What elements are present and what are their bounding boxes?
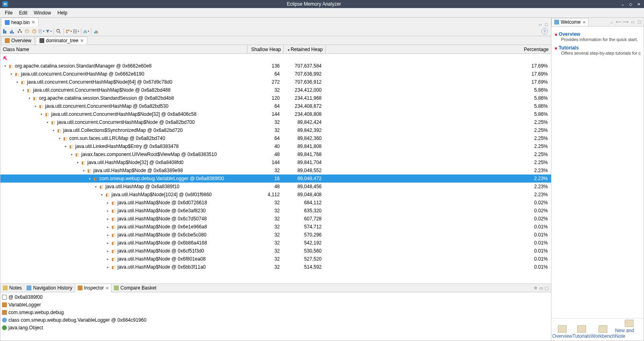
- table-row[interactable]: ▾◧java.util.concurrent.ConcurrentHashMap…: [0, 78, 551, 86]
- gear-icon[interactable]: ✲: [534, 286, 537, 291]
- tab-compare-basket[interactable]: Compare Basket: [111, 284, 159, 292]
- table-row[interactable]: ▾◧java.util.HashMap @ 0x6a8389f104889,04…: [0, 183, 551, 191]
- table-row[interactable]: ▾◧java.util.concurrent.ConcurrentHashMap…: [0, 70, 551, 78]
- table-row[interactable]: ▸◧java.util.HashMap$Node @ 0x6bb3f11a032…: [0, 263, 551, 271]
- menu-help[interactable]: Help: [54, 9, 71, 17]
- menu-window[interactable]: Window: [31, 9, 54, 17]
- tab-welcome[interactable]: Welcome ✕: [551, 18, 588, 26]
- group-dropdown[interactable]: [66, 28, 72, 35]
- expand-toggle-icon[interactable]: ▾: [63, 145, 68, 148]
- query-dropdown[interactable]: [45, 28, 52, 35]
- expand-toggle-icon[interactable]: ▾: [33, 105, 38, 108]
- welcome-link[interactable]: Overview: [559, 31, 580, 37]
- oql-icon[interactable]: [24, 28, 30, 35]
- home-icon[interactable]: ⌂: [609, 20, 615, 24]
- table-row[interactable]: ▾◧java.util.concurrent.ConcurrentHashMap…: [0, 86, 551, 94]
- column-percentage[interactable]: Percentage: [326, 45, 551, 53]
- chart-icon[interactable]: [93, 28, 99, 35]
- expand-toggle-icon[interactable]: ▸: [105, 249, 110, 253]
- maximize-view-icon[interactable]: ▢: [544, 22, 549, 27]
- thread-icon[interactable]: [31, 28, 37, 35]
- dominator-tree-table[interactable]: ▾◧org.apache.catalina.session.StandardMa…: [0, 54, 551, 283]
- expand-toggle-icon[interactable]: ▾: [93, 185, 98, 189]
- table-row[interactable]: ▸◧java.util.HashMap$Node @ 0x6cbe5c08032…: [0, 231, 551, 239]
- expand-toggle-icon[interactable]: ▸: [105, 257, 110, 261]
- dominator-tree-icon[interactable]: [17, 28, 23, 35]
- expand-toggle-icon[interactable]: ▸: [105, 241, 110, 245]
- table-row[interactable]: ▸◧java.util.HashMap$Node @ 0x6d072661832…: [0, 199, 551, 207]
- menu-edit[interactable]: Edit: [16, 9, 31, 17]
- filter-row[interactable]: [0, 54, 551, 62]
- tab-dominator-tree[interactable]: dominator_tree ✕: [36, 37, 87, 45]
- expand-toggle-icon[interactable]: ▾: [27, 97, 32, 100]
- minimize-icon[interactable]: ⌄: [620, 1, 625, 7]
- table-row[interactable]: ▾◧org.apache.catalina.session.StandardMa…: [0, 62, 551, 70]
- expand-toggle-icon[interactable]: ▾: [15, 80, 20, 84]
- table-row[interactable]: ▾◧java.util.LinkedHashMap$Entry @ 0x6a83…: [0, 142, 551, 150]
- expand-toggle-icon[interactable]: ▾: [51, 129, 56, 132]
- expand-toggle-icon[interactable]: ▸: [105, 225, 110, 229]
- back-icon[interactable]: ⟵: [616, 20, 621, 24]
- close-tab-icon[interactable]: ✕: [80, 38, 84, 43]
- close-icon[interactable]: ✕: [636, 1, 642, 7]
- welcome-footer-item[interactable]: Overview: [552, 325, 572, 339]
- tab-notes[interactable]: Notes: [0, 284, 24, 292]
- help-icon[interactable]: ?: [541, 28, 548, 35]
- table-row[interactable]: ▾◧java.util.concurrent.ConcurrentHashMap…: [0, 110, 551, 118]
- table-row[interactable]: ▸◧java.util.HashMap$Node @ 0x6e3af823032…: [0, 207, 551, 215]
- menu-file[interactable]: File: [2, 9, 16, 17]
- column-shallow-heap[interactable]: Shallow Heap: [248, 45, 284, 53]
- close-tab-icon[interactable]: ✕: [105, 286, 109, 290]
- column-retained-heap[interactable]: Retained Heap: [284, 45, 326, 53]
- expand-toggle-icon[interactable]: ▾: [39, 113, 44, 116]
- table-row[interactable]: ▸◧java.util.HashMap$Node @ 0x6cf51f3d032…: [0, 247, 551, 255]
- maximize-icon[interactable]: ◇: [628, 1, 634, 7]
- expand-toggle-icon[interactable]: ▸: [105, 201, 110, 205]
- histogram-icon[interactable]: [9, 28, 16, 35]
- expand-toggle-icon[interactable]: ▾: [45, 121, 50, 124]
- tab-inspector[interactable]: Inspector✕: [75, 284, 111, 292]
- expand-toggle-icon[interactable]: ▾: [57, 137, 62, 140]
- close-tab-icon[interactable]: ✕: [582, 20, 586, 25]
- expand-toggle-icon[interactable]: ▾: [9, 72, 14, 76]
- expand-toggle-icon[interactable]: ▾: [81, 169, 86, 173]
- tab-overview[interactable]: Overview: [1, 37, 35, 45]
- table-row[interactable]: ▸◧java.util.HashMap$Node @ 0x6b86a416832…: [0, 239, 551, 247]
- export-dropdown[interactable]: [83, 28, 89, 35]
- table-row[interactable]: ▸◧java.util.HashMap$Node @ 0x6e1e966a832…: [0, 223, 551, 231]
- welcome-footer-item[interactable]: New and Note: [615, 320, 643, 339]
- expand-toggle-icon[interactable]: ▾: [99, 193, 104, 197]
- calc-dropdown[interactable]: [73, 28, 79, 35]
- maximize-view-icon[interactable]: ▢: [545, 286, 549, 291]
- table-row[interactable]: ▾◧java.util.HashMap$Node[32] @ 0x6a8408f…: [0, 158, 551, 166]
- run-report-dropdown[interactable]: [38, 28, 45, 35]
- table-row[interactable]: ▾◧java.util.HashMap$Node[1024] @ 0x6f01f…: [0, 191, 551, 199]
- welcome-link[interactable]: Tutorials: [559, 45, 579, 51]
- column-class-name[interactable]: Class Name: [0, 45, 248, 53]
- search-icon[interactable]: [56, 28, 62, 35]
- expand-toggle-icon[interactable]: ▸: [105, 217, 110, 221]
- editor-tab-heap[interactable]: heap.bin ✕: [1, 18, 39, 27]
- expand-toggle-icon[interactable]: ▸: [105, 265, 110, 269]
- tab-navigation-history[interactable]: Navigation History: [24, 284, 74, 292]
- forward-icon[interactable]: ⟶: [623, 20, 628, 24]
- table-row[interactable]: ▾◧javax.faces.component.UIViewRoot$ViewM…: [0, 150, 551, 158]
- table-row[interactable]: ▾◧java.util.concurrent.ConcurrentHashMap…: [0, 118, 551, 126]
- table-row[interactable]: ▾◧org.apache.catalina.session.StandardSe…: [0, 94, 551, 102]
- table-row[interactable]: ▸◧java.util.HashMap$Node @ 0x6f801ea0832…: [0, 255, 551, 263]
- welcome-footer-item[interactable]: Workbench: [591, 325, 615, 339]
- expand-toggle-icon[interactable]: ▾: [87, 177, 92, 181]
- table-row[interactable]: ▾◧java.util.HashMap$Node @ 0x6a8389e9832…: [0, 166, 551, 175]
- table-row[interactable]: ▸◧java.util.HashMap$Node @ 0x6c7d5074832…: [0, 215, 551, 223]
- overview-icon[interactable]: [2, 28, 8, 35]
- expand-toggle-icon[interactable]: ▾: [75, 161, 80, 164]
- minimize-view-icon[interactable]: ▭: [538, 22, 543, 27]
- close-tab-icon[interactable]: ✕: [31, 20, 35, 25]
- table-row[interactable]: ▾◧java.util.Collections$SynchronizedMap …: [0, 126, 551, 134]
- expand-toggle-icon[interactable]: ▸: [105, 209, 110, 213]
- expand-toggle-icon[interactable]: ▾: [21, 88, 26, 92]
- welcome-footer-item[interactable]: Tutorials: [572, 325, 591, 339]
- table-row[interactable]: ▾◧com.smeup.webup.debug.VariableLogger @…: [0, 175, 551, 183]
- table-row[interactable]: ▾◧java.util.concurrent.ConcurrentHashMap…: [0, 102, 551, 110]
- minimize-view-icon[interactable]: ▭: [630, 20, 635, 24]
